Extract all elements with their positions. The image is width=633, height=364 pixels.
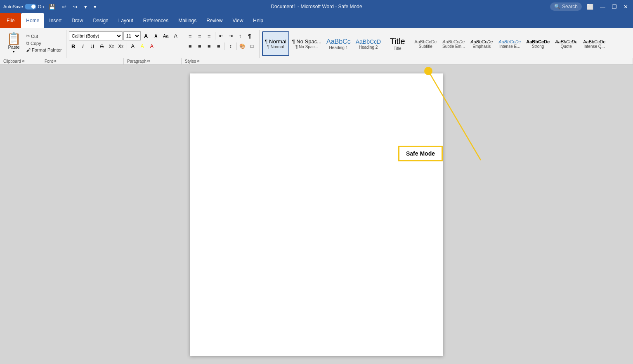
paragraph-group: ≡ ≡ ≡ ⇤ ⇥ ↕ ¶ ≡ ≡ ≡ ≡ ↕ 🎨 [183,30,260,58]
menu-references[interactable]: References [138,13,173,28]
highlight-color-button[interactable]: A [138,42,147,51]
bold-button[interactable]: B [69,42,78,51]
menu-view[interactable]: View [228,13,248,28]
save-button[interactable]: 💾 [47,3,57,11]
style-quote-preview: AaBbCcDc [555,39,577,44]
autosave-pill[interactable] [25,4,36,9]
style-emphasis[interactable]: AaBbCcDc Emphasis [468,31,495,56]
style-strong[interactable]: AaBbCcDc Strong [524,31,552,56]
style-subtle-em-label: Subtle Em... [442,44,465,49]
style-intense-q[interactable]: AaBbCcDc Intense Q... [581,31,608,56]
subscript-button[interactable]: X2 [107,42,116,51]
style-quote[interactable]: AaBbCcDc Quote [553,31,580,56]
copy-label: Copy [31,41,41,46]
minimize-button[interactable]: — [598,3,607,11]
show-formatting-button[interactable]: ¶ [245,31,254,40]
menu-design[interactable]: Design [88,13,113,28]
style-normal-preview: ¶ Normal [265,38,287,45]
numbering-button[interactable]: ≡ [195,31,204,40]
style-subtle-em[interactable]: AaBbCcDc Subtle Em... [440,31,467,56]
style-heading1-label: Heading 1 [329,45,348,50]
autosave-toggle[interactable]: AutoSave On [3,4,44,9]
style-no-spacing[interactable]: ¶ No Spac... ¶ No Spac... [290,31,324,56]
safe-mode-box: Safe Mode [398,146,443,161]
copy-icon: ⧉ [26,40,29,46]
style-intense-em[interactable]: AaBbCcDc Intense E... [496,31,523,56]
style-no-spacing-preview: ¶ No Spac... [292,38,321,45]
font-shrink-button[interactable]: A [151,31,161,40]
auto-save-dropdown[interactable]: ▾ [83,3,89,11]
styles-group-label[interactable]: Styles⧉ [182,58,633,64]
menu-home[interactable]: Home [21,13,44,28]
menu-draw[interactable]: Draw [66,13,88,28]
shading-button[interactable]: 🎨 [238,42,247,51]
style-subtitle-preview: AaBbCcDc [414,39,437,44]
paste-label: Paste [8,45,19,50]
line-spacing-button[interactable]: ↕ [226,42,235,51]
sort-button[interactable]: ↕ [236,31,245,40]
restore-button[interactable]: ❐ [610,3,619,11]
paste-button[interactable]: 📋 Paste ▾ [4,31,24,55]
align-right-button[interactable]: ≡ [205,42,214,51]
clipboard-group-label[interactable]: Clipboard⧉ [0,58,41,64]
cut-icon: ✂ [26,33,30,39]
safe-mode-label: Safe Mode [406,150,435,157]
borders-button[interactable]: □ [248,42,257,51]
font-group: Calibri (Body) 11 A A Aa A B I U S X2 [66,30,183,58]
font-name-select[interactable]: Calibri (Body) [69,31,123,40]
document-area: Safe Mode [0,65,633,364]
multilevel-list-button[interactable]: ≡ [205,31,214,40]
ribbon: 📋 Paste ▾ ✂ Cut ⧉ Copy 🖌 Format P [0,28,633,65]
style-strong-preview: AaBbCcDc [526,39,550,44]
italic-button[interactable]: I [78,42,87,51]
font-color-button[interactable]: A [147,42,156,51]
font-group-label[interactable]: Font⧉ [41,58,124,64]
clear-formatting-button[interactable]: A [171,31,180,40]
title-bar: AutoSave On 💾 ↩ ↪ ▾ ▾ Document1 - Micros… [0,0,633,13]
style-normal[interactable]: ¶ Normal ¶ Normal [262,31,289,56]
ribbon-display-options[interactable]: ⬜ [585,3,595,11]
search-box[interactable]: 🔍 Search [550,2,582,11]
increase-indent-button[interactable]: ⇥ [226,31,235,40]
align-center-button[interactable]: ≡ [195,42,204,51]
paragraph-group-label[interactable]: Paragraph⧉ [124,58,182,64]
style-title[interactable]: Title Title [384,31,411,56]
search-label: Search [562,4,578,9]
style-heading1[interactable]: AaBbCc Heading 1 [324,31,353,56]
menu-insert[interactable]: Insert [44,13,66,28]
undo-button[interactable]: ↩ [60,3,68,11]
close-button[interactable]: ✕ [622,3,630,11]
menu-review[interactable]: Review [201,13,227,28]
justify-button[interactable]: ≡ [214,42,223,51]
font-grow-button[interactable]: A [142,31,151,40]
cut-button[interactable]: ✂ Cut [24,33,64,39]
font-size-select[interactable]: 11 [123,31,141,40]
customize-qat[interactable]: ▾ [92,3,98,11]
menu-layout[interactable]: Layout [113,13,138,28]
change-case-button[interactable]: Aa [161,31,170,40]
text-effects-button[interactable]: A [128,42,137,51]
redo-button[interactable]: ↪ [71,3,79,11]
document-page[interactable] [190,73,443,356]
style-intense-q-label: Intense Q... [583,44,605,49]
strikethrough-button[interactable]: S [97,42,106,51]
style-heading1-preview: AaBbCc [326,38,351,45]
style-quote-label: Quote [560,44,572,49]
underline-button[interactable]: U [88,42,97,51]
autosave-state: On [38,4,44,9]
menu-mailings[interactable]: Mailings [173,13,201,28]
style-heading2[interactable]: AaBbCcD Heading 2 [354,31,383,56]
format-painter-button[interactable]: 🖌 Format Painter [24,47,64,53]
style-normal-label: ¶ Normal [267,45,284,49]
paste-dropdown[interactable]: ▾ [13,50,15,54]
copy-button[interactable]: ⧉ Copy [24,40,64,46]
style-emphasis-preview: AaBbCcDc [470,39,493,44]
superscript-button[interactable]: X2 [116,42,125,51]
style-subtitle[interactable]: AaBbCcDc Subtitle [412,31,439,56]
decrease-indent-button[interactable]: ⇤ [217,31,226,40]
align-left-button[interactable]: ≡ [186,42,195,51]
bullets-button[interactable]: ≡ [186,31,195,40]
menu-file[interactable]: File [0,13,21,28]
font-expand-icon: ⧉ [54,59,56,64]
menu-help[interactable]: Help [248,13,268,28]
